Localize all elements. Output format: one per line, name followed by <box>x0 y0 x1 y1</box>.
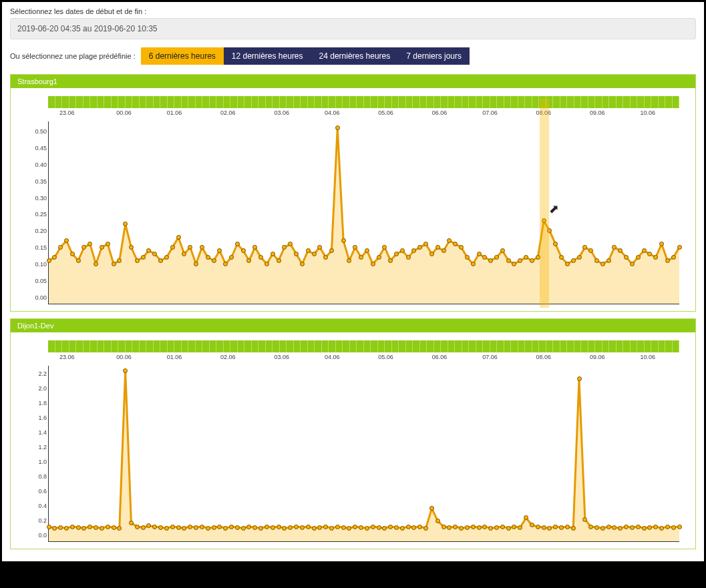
data-point[interactable] <box>64 526 69 531</box>
data-point[interactable] <box>488 526 493 531</box>
data-point[interactable] <box>146 523 151 528</box>
data-point[interactable] <box>636 255 641 260</box>
data-point[interactable] <box>494 255 499 260</box>
data-point[interactable] <box>306 525 311 529</box>
data-point[interactable] <box>665 258 670 263</box>
data-point[interactable] <box>294 252 299 256</box>
preset-range-button[interactable]: 12 dernières heures <box>224 47 311 65</box>
data-point[interactable] <box>117 258 122 263</box>
data-point[interactable] <box>571 526 576 531</box>
data-point[interactable] <box>606 258 611 263</box>
data-point[interactable] <box>600 526 605 531</box>
data-point[interactable] <box>459 526 464 531</box>
data-point[interactable] <box>447 525 452 530</box>
data-point[interactable] <box>212 525 216 530</box>
data-point[interactable] <box>176 525 181 530</box>
data-point[interactable] <box>429 252 434 256</box>
data-point[interactable] <box>624 525 629 529</box>
data-point[interactable] <box>329 526 334 531</box>
data-point[interactable] <box>500 525 505 529</box>
data-point[interactable] <box>671 525 676 530</box>
data-point[interactable] <box>47 525 51 529</box>
data-point[interactable] <box>542 218 546 223</box>
data-point[interactable] <box>594 525 599 530</box>
data-point[interactable] <box>335 125 340 130</box>
data-point[interactable] <box>123 222 128 226</box>
data-point[interactable] <box>235 242 240 246</box>
overview-strip[interactable] <box>48 96 679 108</box>
data-point[interactable] <box>482 525 487 529</box>
data-point[interactable] <box>306 248 311 253</box>
data-point[interactable] <box>365 248 369 253</box>
data-point[interactable] <box>559 525 564 530</box>
data-point[interactable] <box>135 525 140 529</box>
data-point[interactable] <box>341 238 346 243</box>
data-point[interactable] <box>52 526 57 531</box>
data-point[interactable] <box>317 525 322 530</box>
data-point[interactable] <box>188 245 192 250</box>
data-point[interactable] <box>223 526 228 531</box>
data-point[interactable] <box>647 252 652 256</box>
data-point[interactable] <box>200 525 204 529</box>
data-point[interactable] <box>488 258 493 263</box>
data-point[interactable] <box>141 525 146 530</box>
data-point[interactable] <box>547 228 552 233</box>
data-point[interactable] <box>164 526 169 531</box>
data-point[interactable] <box>600 262 605 266</box>
data-point[interactable] <box>252 525 257 530</box>
data-point[interactable] <box>235 525 240 530</box>
data-point[interactable] <box>335 525 340 529</box>
data-point[interactable] <box>559 255 564 260</box>
data-point[interactable] <box>170 245 175 250</box>
data-point[interactable] <box>76 525 81 530</box>
data-point[interactable] <box>553 242 558 246</box>
data-point[interactable] <box>135 258 140 263</box>
data-point[interactable] <box>518 258 522 263</box>
data-point[interactable] <box>553 525 558 529</box>
data-point[interactable] <box>129 245 134 250</box>
data-point[interactable] <box>300 525 305 530</box>
data-point[interactable] <box>81 245 86 250</box>
data-point[interactable] <box>206 255 210 260</box>
data-point[interactable] <box>70 525 75 529</box>
data-point[interactable] <box>582 245 587 250</box>
data-point[interactable] <box>465 255 470 260</box>
data-point[interactable] <box>524 515 528 520</box>
data-point[interactable] <box>471 262 476 266</box>
data-point[interactable] <box>347 526 351 531</box>
data-point[interactable] <box>117 526 122 531</box>
data-point[interactable] <box>671 255 676 260</box>
data-point[interactable] <box>241 248 246 253</box>
data-point[interactable] <box>64 238 69 243</box>
data-point[interactable] <box>677 245 682 250</box>
data-point[interactable] <box>246 258 251 263</box>
data-point[interactable] <box>453 525 458 529</box>
data-point[interactable] <box>229 255 234 260</box>
data-point[interactable] <box>524 255 528 260</box>
data-point[interactable] <box>594 258 599 263</box>
data-point[interactable] <box>606 525 611 529</box>
data-point[interactable] <box>100 526 104 531</box>
data-point[interactable] <box>647 525 652 530</box>
data-point[interactable] <box>288 242 293 246</box>
data-point[interactable] <box>536 255 540 260</box>
preset-range-button[interactable]: 7 derniers jours <box>398 47 470 65</box>
data-point[interactable] <box>565 262 570 266</box>
data-point[interactable] <box>465 525 470 530</box>
data-point[interactable] <box>417 245 422 250</box>
data-point[interactable] <box>329 248 334 253</box>
data-point[interactable] <box>506 526 511 531</box>
data-point[interactable] <box>565 525 570 529</box>
data-point[interactable] <box>494 525 499 530</box>
data-point[interactable] <box>300 262 305 266</box>
data-point[interactable] <box>429 506 434 511</box>
data-point[interactable] <box>477 525 482 530</box>
data-point[interactable] <box>411 525 416 530</box>
data-point[interactable] <box>659 242 664 246</box>
data-point[interactable] <box>471 525 476 529</box>
data-point[interactable] <box>123 368 128 373</box>
data-point[interactable] <box>482 255 487 260</box>
data-point[interactable] <box>388 525 393 529</box>
data-point[interactable] <box>630 262 635 266</box>
data-point[interactable] <box>282 526 287 531</box>
